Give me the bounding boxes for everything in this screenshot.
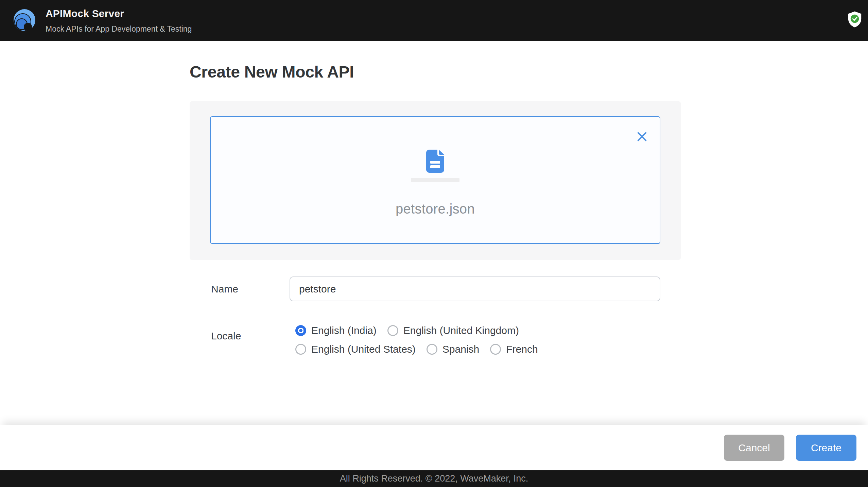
radio-unchecked-icon xyxy=(387,325,398,336)
locale-label: Locale xyxy=(211,330,290,342)
copyright-bar: All Rights Reserved. © 2022, WaveMaker, … xyxy=(0,470,868,487)
app-title: APIMock Server xyxy=(46,7,192,20)
action-bar: Cancel Create xyxy=(0,425,868,470)
locale-option-spanish[interactable]: Spanish xyxy=(427,343,479,355)
locale-radio-row-1: English (India) English (United Kingdom) xyxy=(295,325,538,336)
header-text: APIMock Server Mock APIs for App Develop… xyxy=(46,7,192,34)
file-dropzone[interactable]: petstore.json xyxy=(210,116,660,244)
json-file-icon xyxy=(426,150,444,173)
app-subtitle: Mock APIs for App Development & Testing xyxy=(46,24,192,34)
page-title: Create New Mock API xyxy=(190,63,681,82)
radio-checked-icon xyxy=(295,325,306,336)
verified-shield-icon xyxy=(847,11,863,28)
locale-field-row: Locale English (India) English (United K… xyxy=(190,325,681,355)
locale-option-english-united-states[interactable]: English (United States) xyxy=(295,343,416,355)
wave-logo-icon xyxy=(13,9,36,32)
locale-option-french[interactable]: French xyxy=(490,343,538,355)
radio-unchecked-icon xyxy=(427,344,437,355)
close-icon xyxy=(636,131,648,144)
main-content: Create New Mock API petstore.json xyxy=(190,63,681,355)
locale-option-english-united-kingdom[interactable]: English (United Kingdom) xyxy=(387,325,519,336)
upload-panel: petstore.json xyxy=(190,101,681,260)
name-input[interactable] xyxy=(290,276,660,301)
locale-radio-row-2: English (United States) Spanish French xyxy=(295,343,538,355)
radio-unchecked-icon xyxy=(490,344,501,355)
app-header: APIMock Server Mock APIs for App Develop… xyxy=(0,0,868,41)
create-button[interactable]: Create xyxy=(796,435,856,461)
locale-option-english-india[interactable]: English (India) xyxy=(295,325,377,336)
upload-progress-bar xyxy=(411,178,459,182)
remove-file-button[interactable] xyxy=(636,131,648,144)
cancel-button[interactable]: Cancel xyxy=(724,435,784,461)
name-field-row: Name xyxy=(190,276,681,301)
name-label: Name xyxy=(211,283,290,295)
uploaded-file-name: petstore.json xyxy=(396,201,475,217)
locale-radio-group: English (India) English (United Kingdom)… xyxy=(290,325,538,355)
radio-unchecked-icon xyxy=(295,344,306,355)
